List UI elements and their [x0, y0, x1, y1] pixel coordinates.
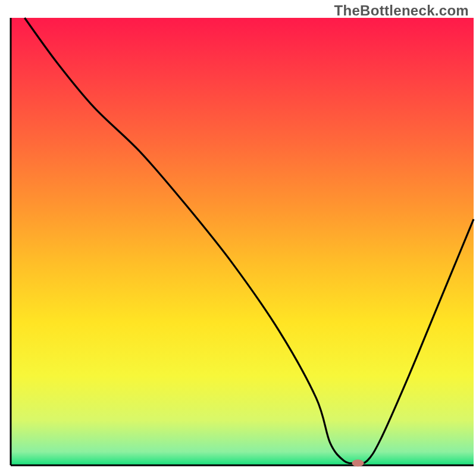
plot-background: [11, 18, 474, 465]
watermark-text: TheBottleneck.com: [334, 2, 469, 19]
optimal-marker: [352, 459, 364, 466]
chart-container: TheBottleneck.com: [0, 0, 476, 476]
bottleneck-chart: [0, 0, 476, 476]
